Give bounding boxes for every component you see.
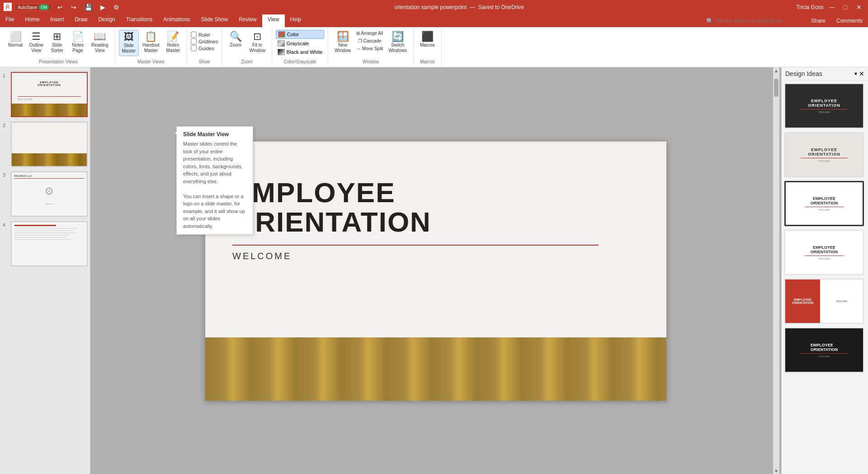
handout-master-button[interactable]: 📋 HandoutMaster xyxy=(140,30,162,55)
tab-slideshow[interactable]: Slide Show xyxy=(195,14,233,27)
present-button[interactable]: ▶ xyxy=(98,3,108,12)
macros-button[interactable]: ⬛ Macros xyxy=(417,30,438,49)
switch-windows-button[interactable]: 🔄 SwitchWindows xyxy=(386,30,410,55)
switch-windows-icon: 🔄 xyxy=(392,32,404,42)
reading-view-icon: 📖 xyxy=(94,32,106,42)
tab-transitions[interactable]: Transitions xyxy=(121,14,158,27)
macros-icon: ⬛ xyxy=(421,32,434,42)
tab-view[interactable]: View xyxy=(262,14,285,27)
ribbon-group-color: Color Grayscale Black and White Color/Gr… xyxy=(272,28,328,66)
zoom-button[interactable]: 🔍 Zoom xyxy=(226,30,245,49)
tooltip-title: Slide Master View xyxy=(183,131,246,137)
normal-view-icon: ⬜ xyxy=(9,32,22,42)
tab-animations[interactable]: Animations xyxy=(158,14,195,27)
design-idea-4[interactable]: EMPLOYEEORIENTATION TRICARE xyxy=(784,230,864,275)
scroll-thumb[interactable] xyxy=(774,79,778,97)
ribbon-group-zoom: 🔍 Zoom ⊡ Fit toWindow Zoom xyxy=(222,28,272,66)
redo-button[interactable]: ↪ xyxy=(68,3,79,12)
slide-master-icon: 🖼 xyxy=(124,32,134,42)
ruler-checkbox[interactable]: Ruler xyxy=(191,32,218,38)
scroll-down-arrow[interactable]: ▼ xyxy=(773,468,779,474)
save-button[interactable]: 💾 xyxy=(82,3,95,12)
outline-view-button[interactable]: ☰ OutlineView xyxy=(26,30,46,55)
color-option-color[interactable]: Color xyxy=(276,30,324,39)
scroll-up-arrow[interactable]: ▲ xyxy=(773,67,779,74)
tab-design[interactable]: Design xyxy=(93,14,120,27)
cascade-button[interactable]: ❐ Cascade xyxy=(354,38,385,44)
slide-subtitle: WELCOME xyxy=(232,251,639,261)
color-option-black-white[interactable]: Black and White xyxy=(276,48,324,56)
design-panel-close-button[interactable]: ✕ xyxy=(859,70,864,77)
bw-swatch xyxy=(278,49,285,55)
fit-to-window-button[interactable]: ⊡ Fit toWindow xyxy=(246,30,268,55)
ribbon-content: ⬜ Normal ☰ OutlineView ⊞ SlideSorter 📄 N… xyxy=(0,27,868,67)
reading-view-button[interactable]: 📖 ReadingView xyxy=(89,30,111,55)
comments-button[interactable]: Comments xyxy=(831,14,868,27)
notes-master-button[interactable]: 📝 NotesMaster xyxy=(163,30,183,55)
slide-master-button[interactable]: 🖼 SlideMaster xyxy=(119,30,139,56)
tab-review[interactable]: Review xyxy=(233,14,262,27)
tab-help[interactable]: Help xyxy=(285,14,307,27)
group-label-presentation-views: Presentation Views xyxy=(39,57,77,64)
slide-thumb-3[interactable]: 3 PAKZDECK, LLC ⚙ Welcome xyxy=(2,171,88,218)
new-window-icon: 🪟 xyxy=(337,32,349,42)
group-label-window: Window xyxy=(363,57,379,64)
tab-draw[interactable]: Draw xyxy=(69,14,93,27)
design-idea-3[interactable]: EMPLOYEEORIENTATION TRICARE xyxy=(784,181,864,226)
title-bar-left: 🅰 AutoSave ON ↩ ↪ 💾 ▶ ⚙ xyxy=(4,3,122,12)
design-ideas-list: EMPLOYEEORIENTATION TRICARE EMPLOYEEORIE… xyxy=(782,81,868,474)
slide-main-title: EMPLOYEEORIENTATION xyxy=(232,178,639,237)
design-panel-title: Design Ideas xyxy=(785,70,822,77)
handout-master-icon: 📋 xyxy=(145,32,157,42)
share-button[interactable]: Share xyxy=(806,14,831,27)
slide-thumb-4[interactable]: 4 xyxy=(2,220,88,267)
search-input[interactable] xyxy=(715,18,797,24)
group-label-zoom: Zoom xyxy=(241,57,253,64)
design-idea-6[interactable]: EMPLOYEEORIENTATION TRICARE xyxy=(784,327,864,373)
slide-editor: Slide Master View Master slides control … xyxy=(90,67,781,474)
main-area: 1 EMPLOYEEORIENTATION WELCOME 2 3 xyxy=(0,67,868,474)
design-idea-1[interactable]: EMPLOYEEORIENTATION TRICARE xyxy=(784,83,864,128)
editor-vscrollbar[interactable]: ▲ ▼ xyxy=(773,67,779,474)
arrange-all-button[interactable]: ⊞ Arrange All xyxy=(354,30,385,37)
guides-checkbox[interactable]: Guides xyxy=(191,45,218,51)
slide-content-area: EMPLOYEEORIENTATION WELCOME xyxy=(232,178,639,261)
slide-divider xyxy=(232,245,599,246)
ribbon-group-macros: ⬛ Macros Macros xyxy=(414,28,442,66)
slide-sorter-icon: ⊞ xyxy=(53,32,61,42)
minimize-button[interactable]: ─ xyxy=(827,3,837,12)
color-option-grayscale[interactable]: Grayscale xyxy=(276,39,324,47)
group-label-color: Color/Grayscale xyxy=(284,57,316,64)
tab-home[interactable]: Home xyxy=(19,14,45,27)
customize-button[interactable]: ⚙ xyxy=(111,3,122,12)
notes-page-button[interactable]: 📄 NotesPage xyxy=(68,30,88,55)
ribbon-group-presentation-views: ⬜ Normal ☰ OutlineView ⊞ SlideSorter 📄 N… xyxy=(2,28,115,66)
close-button[interactable]: ✕ xyxy=(854,3,864,12)
ribbon: File Home Insert Draw Design Transitions… xyxy=(0,14,868,67)
slide-thumb-1[interactable]: 1 EMPLOYEEORIENTATION WELCOME xyxy=(2,71,88,118)
new-window-button[interactable]: 🪟 NewWindow xyxy=(332,30,354,55)
design-panel-dropdown-icon[interactable]: ▾ xyxy=(854,71,857,77)
slide-img-4 xyxy=(11,221,88,266)
design-idea-2[interactable]: EMPLOYEEORIENTATION TRICARE xyxy=(784,132,864,177)
design-idea-5[interactable]: EMPLOYEEORIENTATION TRICARE xyxy=(784,279,864,324)
slide-img-2 xyxy=(11,122,88,167)
gridlines-checkbox[interactable]: Gridlines xyxy=(191,38,218,44)
color-options: Color Grayscale Black and White xyxy=(276,30,324,56)
move-split-button[interactable]: ↔ Move Split xyxy=(354,45,385,52)
normal-view-button[interactable]: ⬜ Normal xyxy=(5,30,25,50)
slide-img-3: PAKZDECK, LLC ⚙ Welcome xyxy=(11,171,88,217)
zoom-icon: 🔍 xyxy=(230,32,242,42)
slide-sorter-button[interactable]: ⊞ SlideSorter xyxy=(47,30,67,55)
maximize-button[interactable]: □ xyxy=(841,3,850,12)
slide-thumb-2[interactable]: 2 xyxy=(2,121,88,168)
undo-button[interactable]: ↩ xyxy=(55,3,66,12)
tab-insert[interactable]: Insert xyxy=(45,14,69,27)
autosave-label: AutoSave xyxy=(18,5,37,10)
ribbon-group-show: Ruler Gridlines Guides Show xyxy=(187,28,222,66)
tab-file[interactable]: File xyxy=(0,14,19,27)
title-bar: 🅰 AutoSave ON ↩ ↪ 💾 ▶ ⚙ orientation samp… xyxy=(0,0,868,14)
autosave-badge: AutoSave ON xyxy=(14,4,52,11)
autosave-toggle[interactable]: ON xyxy=(39,5,49,10)
slide-master-tooltip: Slide Master View Master slides control … xyxy=(176,126,253,235)
